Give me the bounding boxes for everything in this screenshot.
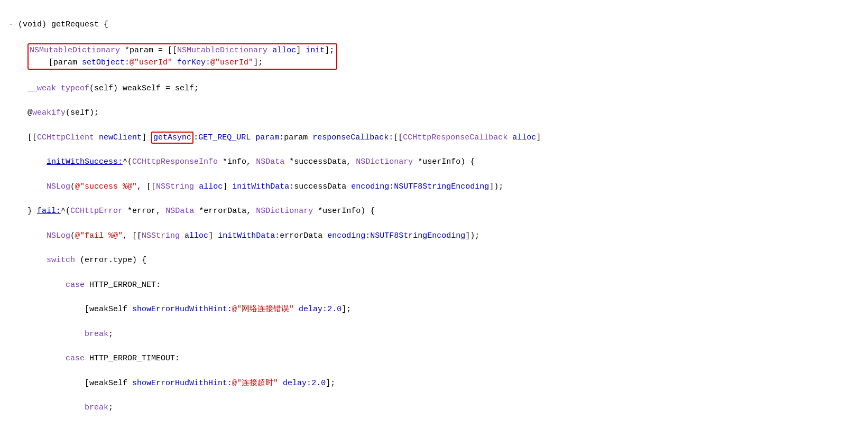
code-line-11: switch (error.type) { (8, 254, 860, 266)
code-line-13: [weakSelf showErrorHudWithHint:@"网络连接错误"… (8, 303, 860, 315)
code-line-14: break; (8, 328, 860, 340)
code-viewer: - (void) getRequest { NSMutableDictionar… (8, 6, 860, 429)
code-line-17: break; (8, 402, 860, 414)
code-line-6: [[CCHttpClient newClient] getAsync:GET_R… (8, 132, 860, 144)
code-line-9: } fail:^(CCHttpError *error, NSData *err… (8, 205, 860, 217)
code-line-10: NSLog(@"fail %@", [[NSString alloc] init… (8, 230, 860, 242)
code-line-18: case HTTP_ERROR_INTERRUPT: (8, 426, 860, 430)
code-line-4: __weak typeof(self) weakSelf = self; (8, 82, 860, 95)
code-line-12: case HTTP_ERROR_NET: (8, 279, 860, 291)
code-line-16: [weakSelf showErrorHudWithHint:@"连接超时" d… (8, 377, 860, 389)
code-line-5: @weakify(self); (8, 107, 860, 119)
code-line-8: NSLog(@"success %@", [[NSString alloc] i… (8, 181, 860, 193)
code-line-7: initWithSuccess:^(CCHttpResponseInfo *in… (8, 156, 860, 168)
code-line-15: case HTTP_ERROR_TIMEOUT: (8, 352, 860, 365)
code-line-1: - (void) getRequest { (8, 18, 860, 31)
code-line-2: NSMutableDictionary *param = [[NSMutable… (8, 43, 860, 70)
